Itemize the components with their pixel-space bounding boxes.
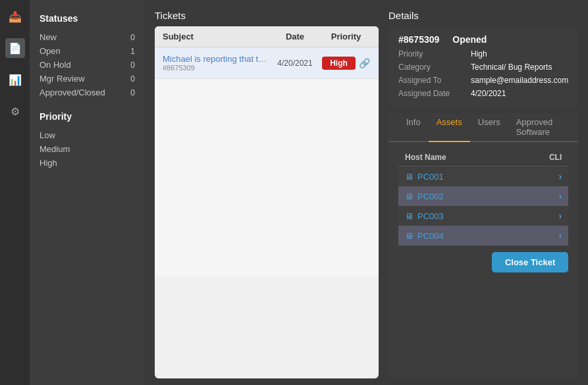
details-assigned-date-label: Assigned Date — [398, 88, 471, 99]
ticket-priority-col: High 🔗 — [321, 57, 371, 70]
asset-row-pc003[interactable]: 🖥 PC003 › — [398, 206, 568, 226]
monitor-icon-pc002: 🖥 — [405, 192, 414, 201]
sidebar-item-mgr-review[interactable]: Mgr Review 0 — [40, 72, 135, 86]
panels-row: Tickets Subject Date Priority Michael is… — [155, 10, 578, 378]
details-assigned-date-value: 4/20/2021 — [471, 88, 568, 99]
tab-assets[interactable]: Assets — [429, 113, 470, 142]
sidebar-item-medium[interactable]: Medium — [40, 142, 135, 156]
details-category-label: Category — [398, 62, 471, 72]
sidebar-item-onhold[interactable]: On Hold 0 — [40, 58, 135, 72]
col-subject: Subject — [163, 32, 269, 41]
priority-badge: High — [322, 57, 356, 70]
tickets-blank-area — [155, 79, 379, 276]
details-panel: Details #8675309 Opened Priority High Ca… — [388, 10, 578, 378]
cli-arrow-pc003[interactable]: › — [559, 211, 562, 221]
col-host-name: Host Name — [405, 153, 446, 162]
document-icon[interactable]: 📄 — [5, 38, 25, 58]
cli-arrow-pc002[interactable]: › — [559, 191, 562, 201]
priority-title: Priority — [40, 111, 135, 122]
details-panel-title: Details — [388, 10, 578, 21]
monitor-icon-pc001: 🖥 — [405, 172, 414, 182]
asset-row-pc004[interactable]: 🖥 PC004 › — [398, 226, 568, 245]
tickets-panel-title: Tickets — [155, 10, 379, 21]
tickets-header: Subject Date Priority — [155, 26, 379, 47]
clip-icon: 🔗 — [359, 58, 370, 68]
cli-arrow-pc004[interactable]: › — [559, 230, 562, 241]
details-priority-label: Priority — [398, 49, 471, 59]
sidebar-item-high[interactable]: High — [40, 156, 135, 170]
main-content: Tickets Subject Date Priority Michael is… — [145, 0, 588, 385]
chart-icon[interactable]: 📊 — [5, 70, 25, 90]
details-header-row: #8675309 Opened — [398, 34, 568, 45]
details-assigned-to-value: sample@emailaddress.com — [471, 75, 568, 86]
cli-arrow-pc001[interactable]: › — [559, 171, 562, 182]
tab-info[interactable]: Info — [398, 113, 429, 142]
asset-name-pc004: 🖥 PC004 — [405, 231, 444, 241]
statuses-title: Statuses — [40, 13, 135, 24]
monitor-icon-pc003: 🖥 — [405, 211, 414, 221]
col-priority: Priority — [321, 32, 371, 41]
asset-name-pc003: 🖥 PC003 — [405, 211, 444, 221]
details-tabs: Info Assets Users Approved Software — [388, 113, 578, 142]
details-opened-label: Opened — [452, 34, 487, 45]
details-assigned-to-label: Assigned To — [398, 75, 471, 86]
inbox-icon[interactable]: 📥 — [5, 7, 25, 26]
icon-bar: 📥 📄 📊 ⚙ — [0, 0, 30, 385]
col-cli: CLI — [549, 153, 562, 162]
asset-name-pc002: 🖥 PC002 — [405, 192, 444, 201]
sidebar-item-new[interactable]: New 0 — [40, 30, 135, 44]
asset-row-pc001[interactable]: 🖥 PC001 › — [398, 167, 568, 186]
close-ticket-row: Close Ticket — [398, 252, 568, 272]
ticket-date: 4/20/2021 — [269, 59, 321, 68]
sidebar: Statuses New 0 Open 1 On Hold 0 Mgr Revi… — [30, 0, 145, 385]
tab-users[interactable]: Users — [470, 113, 508, 142]
settings-icon[interactable]: ⚙ — [5, 101, 25, 121]
close-ticket-button[interactable]: Close Ticket — [492, 252, 568, 272]
asset-name-pc001: 🖥 PC001 — [405, 172, 444, 182]
assets-table-header: Host Name CLI — [398, 149, 568, 167]
tickets-table: Subject Date Priority Michael is reporti… — [155, 26, 379, 378]
asset-row-pc002[interactable]: 🖥 PC002 › — [398, 186, 568, 206]
details-category-value: Technical/ Bug Reports — [471, 62, 568, 72]
ticket-id: #8675309 — [163, 64, 269, 72]
tab-approved-software[interactable]: Approved Software — [508, 113, 569, 142]
ticket-subject-col: Michael is reporting that th... #8675309 — [163, 54, 269, 72]
sidebar-item-low[interactable]: Low — [40, 128, 135, 142]
assets-container: Host Name CLI 🖥 PC001 › 🖥 PC002 › — [388, 142, 578, 378]
sidebar-item-approved-closed[interactable]: Approved/Closed 0 — [40, 86, 135, 99]
monitor-icon-pc004: 🖥 — [405, 231, 414, 241]
sidebar-item-open[interactable]: Open 1 — [40, 44, 135, 58]
details-info: #8675309 Opened Priority High Category T… — [388, 26, 578, 107]
details-priority-value: High — [471, 49, 568, 59]
tickets-panel: Tickets Subject Date Priority Michael is… — [155, 10, 379, 378]
ticket-row[interactable]: Michael is reporting that th... #8675309… — [155, 47, 379, 79]
ticket-subject: Michael is reporting that th... — [163, 54, 268, 64]
col-date: Date — [269, 32, 321, 41]
details-ticket-id: #8675309 — [398, 34, 439, 45]
details-grid: Priority High Category Technical/ Bug Re… — [398, 49, 568, 99]
